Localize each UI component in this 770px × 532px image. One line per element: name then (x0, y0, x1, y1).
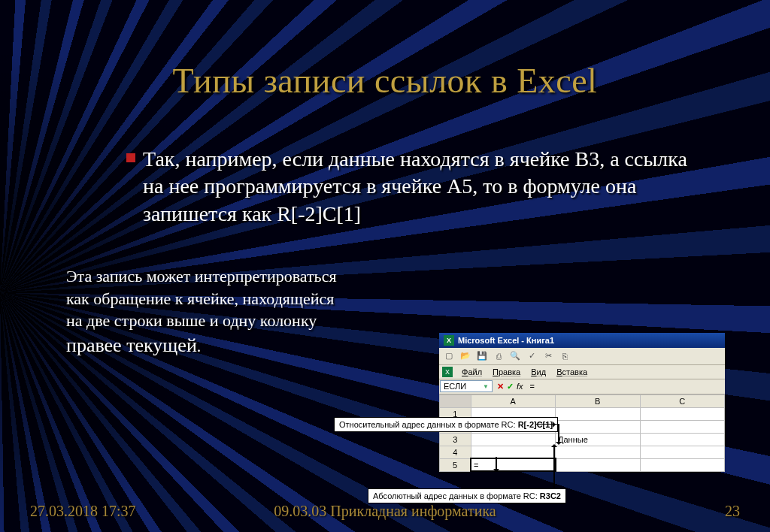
slide-footer: 27.03.2018 17:37 09.03.03 Прикладная инф… (0, 503, 770, 520)
arrow-callout1-to-b3 (558, 424, 559, 442)
slide-content: Типы записи ссылок в Excel Так, например… (0, 0, 770, 532)
footer-datetime: 27.03.2018 17:37 (30, 503, 136, 520)
cell-c5[interactable] (640, 458, 725, 471)
cell-a5-active[interactable]: = (471, 458, 555, 471)
copy-icon[interactable]: ⎘ (559, 350, 571, 362)
arrow-callout1-h (535, 424, 558, 425)
open-icon[interactable]: 📂 (459, 350, 471, 362)
name-box[interactable]: ЕСЛИ ▼ (440, 380, 493, 392)
print-icon[interactable]: ⎙ (493, 350, 505, 362)
callout-absolute: Абсолютный адрес данных в формате RC: R3… (368, 488, 566, 503)
excel-window-title: Microsoft Excel - Книга1 (458, 336, 554, 345)
dropdown-icon: ▼ (483, 383, 489, 390)
fx-icon[interactable]: fx (517, 382, 523, 391)
cell-b5[interactable] (556, 458, 640, 471)
excel-doc-icon: X (442, 367, 453, 377)
excel-menubar: X Файл Правка Вид Вставка (439, 365, 725, 379)
slide-title: Типы записи ссылок в Excel (45, 61, 725, 101)
accept-icon[interactable]: ✓ (507, 382, 514, 391)
cell-c1[interactable] (640, 407, 725, 420)
menu-file[interactable]: Файл (457, 367, 487, 377)
arrow-b3-to-a5 (496, 457, 497, 469)
cell-b3[interactable]: Данные (556, 433, 640, 446)
bullet-icon (126, 153, 135, 162)
col-header-a[interactable]: A (471, 394, 555, 407)
select-all-corner[interactable] (440, 394, 471, 407)
menu-insert[interactable]: Вставка (552, 367, 592, 377)
spell-icon[interactable]: ✓ (526, 350, 538, 362)
row-header-4[interactable]: 4 (440, 446, 471, 458)
footer-subject: 09.03.03 Прикладная информатика (274, 503, 496, 520)
excel-window: X Microsoft Excel - Книга1 ▢ 📂 💾 ⎙ 🔍 ✓ ✂… (439, 333, 725, 473)
name-box-value: ЕСЛИ (444, 382, 466, 391)
footer-page-number: 23 (725, 503, 740, 520)
fx-buttons: ✕ ✓ fx (493, 382, 527, 391)
arrow-callout2-v (553, 447, 555, 488)
menu-edit[interactable]: Правка (488, 367, 525, 377)
new-icon[interactable]: ▢ (443, 350, 455, 362)
excel-app-icon: X (444, 335, 454, 346)
preview-icon[interactable]: 🔍 (509, 350, 521, 362)
note-part2: . (197, 337, 202, 355)
callout-relative: Относительный адрес данных в формате RC:… (334, 417, 558, 432)
cell-a3[interactable] (471, 433, 555, 446)
formula-input[interactable]: = (527, 381, 725, 391)
excel-screenshot: X Microsoft Excel - Книга1 ▢ 📂 💾 ⎙ 🔍 ✓ ✂… (439, 333, 725, 473)
col-header-c[interactable]: C (640, 394, 725, 407)
cell-c3[interactable] (640, 433, 725, 446)
callout1-label: Относительный адрес данных в формате RC: (339, 420, 518, 429)
cancel-icon[interactable]: ✕ (497, 382, 504, 391)
callout2-value: R3C2 (540, 491, 561, 500)
col-header-b[interactable]: B (556, 394, 640, 407)
cell-b2[interactable] (556, 420, 640, 433)
cell-a4[interactable] (471, 446, 555, 458)
body-text-1: Так, например, если данные находятся в я… (45, 146, 725, 228)
body-text-1-content: Так, например, если данные находятся в я… (143, 147, 687, 225)
excel-titlebar: X Microsoft Excel - Книга1 (439, 333, 725, 348)
cell-b4[interactable] (556, 446, 640, 458)
menu-view[interactable]: Вид (526, 367, 550, 377)
note-text: Эта запись может интерпретироваться как … (66, 265, 337, 358)
note-part1: Эта запись может интерпретироваться как … (66, 267, 337, 330)
formula-bar: ЕСЛИ ▼ ✕ ✓ fx = (439, 379, 725, 394)
row-header-3[interactable]: 3 (440, 433, 471, 446)
callout2-label: Абсолютный адрес данных в формате RC: (373, 491, 540, 500)
cut-icon[interactable]: ✂ (542, 350, 554, 362)
row-header-5[interactable]: 5 (440, 458, 471, 471)
cell-c2[interactable] (640, 420, 725, 433)
cell-b1[interactable] (556, 407, 640, 420)
cell-c4[interactable] (640, 446, 725, 458)
save-icon[interactable]: 💾 (476, 350, 488, 362)
note-emph: правее текущей (66, 334, 197, 356)
spreadsheet-grid: A B C 1 2 3 (439, 394, 725, 473)
excel-toolbar: ▢ 📂 💾 ⎙ 🔍 ✓ ✂ ⎘ (439, 348, 725, 365)
